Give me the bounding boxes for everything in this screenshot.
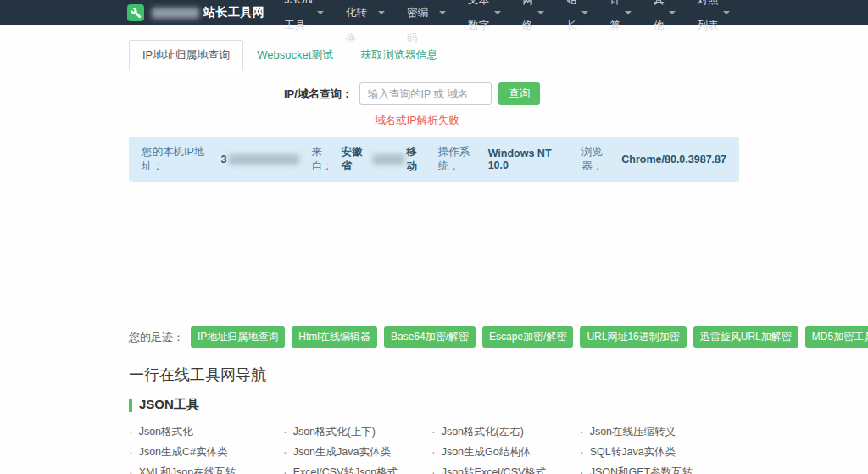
- chevron-down-icon: [317, 11, 324, 18]
- tool-link-label: SQL转Java实体类: [590, 442, 676, 462]
- nav-menu-label: JSON工具: [285, 0, 313, 38]
- bullet-icon: ·: [431, 442, 436, 462]
- footprint-badge[interactable]: IP地址归属地查询: [191, 326, 285, 348]
- tool-link-label: Json在线压缩转义: [590, 421, 676, 442]
- site-logo[interactable]: 站长工具网: [127, 4, 265, 21]
- tab-browser-info[interactable]: 获取浏览器信息: [347, 40, 451, 70]
- blurred-location: [373, 154, 405, 165]
- tool-link-label: Json格式化: [139, 421, 193, 442]
- footprints-label: 您的足迹：: [129, 330, 184, 345]
- ip-value-prefix: 3: [220, 153, 226, 165]
- chevron-down-icon: [581, 11, 588, 18]
- nav-menu-label: 站长: [566, 0, 577, 38]
- tool-link-label: XML和Json在线互转: [139, 462, 236, 474]
- nav-menu-item[interactable]: 文本数字: [457, 0, 511, 51]
- tool-link[interactable]: ·Excel/CSV转Json格式: [283, 462, 431, 474]
- tool-links-grid: ·Json格式化·Json格式化(上下)·Json格式化(左右)·Json在线压…: [129, 421, 739, 474]
- section-title: JSON工具: [129, 397, 739, 413]
- ip-query-input[interactable]: [359, 82, 492, 105]
- bullet-icon: ·: [283, 421, 287, 442]
- os-label: 操作系统：: [438, 145, 488, 174]
- chevron-down-icon: [537, 11, 544, 18]
- query-label: IP/域名查询：: [284, 86, 353, 102]
- tool-link[interactable]: ·XML和Json在线互转: [129, 462, 283, 474]
- navbar-inner: 站长工具网 JSON工具格式化转换加解密编码文本数字网络站长计算其他对照列表: [127, 0, 741, 25]
- carrier-value: 移动: [406, 145, 426, 174]
- bullet-icon: ·: [129, 462, 133, 474]
- nav-menu-label: 文本数字: [468, 0, 489, 38]
- main-container: IP地址归属地查询Websocket测试获取浏览器信息 IP/域名查询： 查询 …: [129, 40, 739, 474]
- tab-websocket-test[interactable]: Websocket测试: [243, 40, 347, 70]
- tool-link-label: Json生成Go结构体: [442, 442, 531, 462]
- ip-query-form: IP/域名查询： 查询: [284, 82, 739, 105]
- footprint-badge[interactable]: URL网址16进制加密: [580, 326, 686, 348]
- footprint-badge[interactable]: 迅雷旋风URL加解密: [693, 326, 798, 348]
- tool-link[interactable]: ·Json格式化(上下): [283, 421, 431, 442]
- chevron-down-icon: [439, 11, 446, 18]
- bullet-icon: ·: [129, 421, 133, 442]
- nav-menu-label: 计算: [610, 0, 621, 38]
- ip-label: 您的本机IP地址：: [142, 145, 220, 174]
- browser-label: 浏览器：: [581, 145, 621, 174]
- local-ip-info-box: 您的本机IP地址： 3 来自： 安徽省 移动 操作系统： Windows NT …: [129, 137, 739, 182]
- footprints-list: IP地址归属地查询Html在线编辑器Base64加密/解密Escape加密/解密…: [191, 326, 868, 348]
- section-title-text: JSON工具: [139, 397, 199, 413]
- nav-menu-item[interactable]: 对照列表: [687, 0, 741, 51]
- bullet-icon: ·: [580, 442, 584, 462]
- error-message: 域名或IP解析失败: [129, 114, 739, 128]
- site-title: 站长工具网: [203, 5, 265, 20]
- nav-menu-item[interactable]: 网络: [512, 0, 556, 51]
- province-value: 安徽省: [341, 145, 370, 174]
- from-label: 来自：: [311, 145, 341, 174]
- nav-menu-label: 网络: [523, 0, 534, 38]
- chevron-down-icon: [378, 11, 385, 18]
- footprints-bar: 您的足迹： IP地址归属地查询Html在线编辑器Base64加密/解密Escap…: [129, 326, 739, 348]
- nav-heading: 一行在线工具网导航: [129, 365, 739, 385]
- bullet-icon: ·: [129, 442, 133, 462]
- green-bar-decoration: [129, 399, 132, 412]
- footprint-badge[interactable]: Escape加密/解密: [482, 326, 573, 348]
- bullet-icon: ·: [283, 442, 287, 462]
- tab-ip-lookup[interactable]: IP地址归属地查询: [129, 40, 243, 70]
- chevron-down-icon: [669, 11, 676, 18]
- bullet-icon: ·: [431, 462, 436, 474]
- tool-link-label: Json格式化(上下): [293, 421, 376, 442]
- footprint-badge[interactable]: Base64加密/解密: [384, 326, 476, 348]
- tool-link[interactable]: ·JSON和GET参数互转: [580, 462, 739, 474]
- bullet-icon: ·: [283, 462, 287, 474]
- tool-link[interactable]: ·SQL转Java实体类: [580, 442, 739, 462]
- blurred-site-name: [152, 8, 199, 19]
- tool-link[interactable]: ·Json转Excel/CSV格式: [431, 462, 580, 474]
- bullet-icon: ·: [580, 462, 584, 474]
- nav-menu-label: 其他: [654, 0, 665, 38]
- tool-link[interactable]: ·Json生成Java实体类: [283, 442, 431, 462]
- tool-link-label: Json转Excel/CSV格式: [442, 462, 547, 474]
- nav-menu-item[interactable]: 其他: [643, 0, 687, 51]
- bullet-icon: ·: [580, 421, 584, 442]
- footprint-badge[interactable]: Html在线编辑器: [292, 326, 377, 348]
- tool-link-label: Json生成C#实体类: [139, 442, 228, 462]
- chevron-down-icon: [723, 11, 730, 18]
- browser-value: Chrome/80.0.3987.87: [621, 153, 726, 165]
- nav-menu-item[interactable]: 计算: [599, 0, 643, 51]
- top-navbar: 站长工具网 JSON工具格式化转换加解密编码文本数字网络站长计算其他对照列表: [0, 0, 868, 25]
- tool-link-label: Json格式化(左右): [442, 421, 524, 442]
- tool-link-label: Excel/CSV转Json格式: [293, 462, 398, 474]
- tool-link-label: JSON和GET参数互转: [590, 462, 693, 474]
- wrench-icon: [127, 4, 144, 21]
- tool-link[interactable]: ·Json生成Go结构体: [431, 442, 580, 462]
- chevron-down-icon: [494, 11, 501, 18]
- footprint-badge[interactable]: MD5加密工具: [805, 326, 868, 348]
- nav-menu-label: 对照列表: [698, 0, 719, 38]
- tool-link[interactable]: ·Json在线压缩转义: [580, 421, 739, 442]
- blurred-ip-value: [229, 154, 299, 165]
- chevron-down-icon: [625, 11, 632, 18]
- tool-link[interactable]: ·Json生成C#实体类: [129, 442, 283, 462]
- tool-link[interactable]: ·Json格式化(左右): [431, 421, 580, 442]
- bullet-icon: ·: [431, 421, 436, 442]
- nav-menu-item[interactable]: 站长: [555, 0, 599, 51]
- tool-link[interactable]: ·Json格式化: [129, 421, 283, 442]
- query-button[interactable]: 查询: [498, 82, 540, 105]
- tool-link-label: Json生成Java实体类: [293, 442, 391, 462]
- os-value: Windows NT 10.0: [488, 148, 570, 171]
